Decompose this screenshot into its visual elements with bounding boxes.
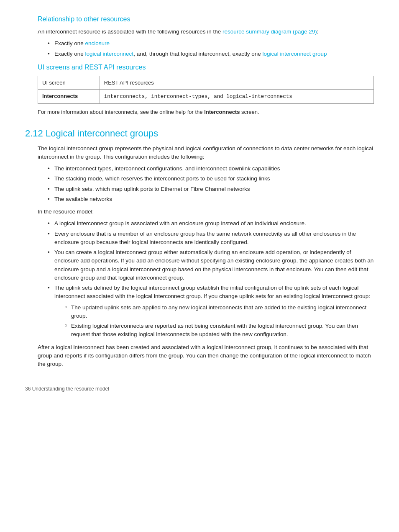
table-col-ui-screen: UI screen	[38, 76, 100, 90]
table-cell-rest-api: interconnects, interconnect-types, and l…	[100, 90, 373, 104]
footer-text-prefix: For more information about interconnects…	[38, 109, 204, 115]
chapter-heading-lig: 2.12 Logical interconnect groups	[25, 126, 374, 140]
resource-model-intro: In the resource model:	[38, 208, 374, 216]
table-cell-ui-screen: Interconnects	[38, 90, 100, 104]
resource-model-bullet-2: Every enclosure that is a member of an e…	[48, 230, 374, 247]
rest-api-code: interconnects, interconnect-types, and l…	[104, 94, 292, 100]
chapter-bullet-2: The stacking mode, which reserves the in…	[48, 175, 374, 183]
ui-rest-api-table: UI screen REST API resources Interconnec…	[38, 76, 374, 104]
sub-bullets: The updated uplink sets are applied to a…	[64, 303, 374, 339]
section-heading-relationship: Relationship to other resources	[38, 14, 374, 24]
table-header-row: UI screen REST API resources	[38, 76, 374, 90]
intro-colon: :	[317, 28, 319, 35]
section-heading-ui-screens: UI screens and REST API resources	[38, 62, 374, 72]
resource-summary-link[interactable]: resource summary diagram (page 29)	[223, 28, 317, 35]
bullet-list-resources: Exactly one enclosure Exactly one logica…	[48, 39, 374, 58]
bullet-logical-interconnect: Exactly one logical interconnect, and, t…	[48, 50, 374, 58]
bullet-enclosure: Exactly one enclosure	[48, 39, 374, 48]
closing-paragraph: After a logical interconnect has been cr…	[38, 343, 374, 369]
table-col-rest-api: REST API resources	[100, 76, 373, 90]
intro-text: An interconnect resource is associated w…	[38, 28, 223, 35]
resource-model-bullet-3: You can create a logical interconnect gr…	[48, 248, 374, 282]
page-footer: 36 Understanding the resource model	[25, 385, 374, 393]
chapter-bullet-3: The uplink sets, which map uplink ports …	[48, 185, 374, 193]
sub-bullet-1: The updated uplink sets are applied to a…	[64, 303, 374, 321]
chapter-intro-paragraph: The logical interconnect group represent…	[38, 144, 374, 162]
bullet-4-text: The uplink sets defined by the logical i…	[54, 285, 370, 299]
chapter-bullets: The interconnect types, interconnect con…	[48, 164, 374, 203]
bullet-li-text1: Exactly one	[54, 51, 85, 57]
intro-paragraph: An interconnect resource is associated w…	[38, 28, 374, 36]
sub-bullet-2: Existing logical interconnects are repor…	[64, 322, 374, 339]
chapter-bullet-1: The interconnect types, interconnect con…	[48, 164, 374, 173]
footer-text-suffix: screen.	[240, 109, 259, 115]
resource-model-bullets: A logical interconnect group is associat…	[48, 219, 374, 339]
table-row: Interconnects interconnects, interconnec…	[38, 90, 374, 104]
logical-interconnect-link[interactable]: logical interconnect	[85, 51, 134, 57]
footer-paragraph: For more information about interconnects…	[38, 108, 374, 116]
chapter-bullet-4: The available networks	[48, 195, 374, 203]
bullet-li-text2: , and, through that logical interconnect…	[133, 51, 262, 57]
footer-bold-text: Interconnects	[204, 109, 240, 115]
resource-model-bullet-1: A logical interconnect group is associat…	[48, 219, 374, 228]
resource-model-bullet-4: The uplink sets defined by the logical i…	[48, 284, 374, 339]
enclosure-link[interactable]: enclosure	[85, 40, 110, 46]
logical-interconnect-group-link[interactable]: logical interconnect group	[263, 51, 327, 57]
bullet-enclosure-text-before: Exactly one	[54, 40, 85, 46]
